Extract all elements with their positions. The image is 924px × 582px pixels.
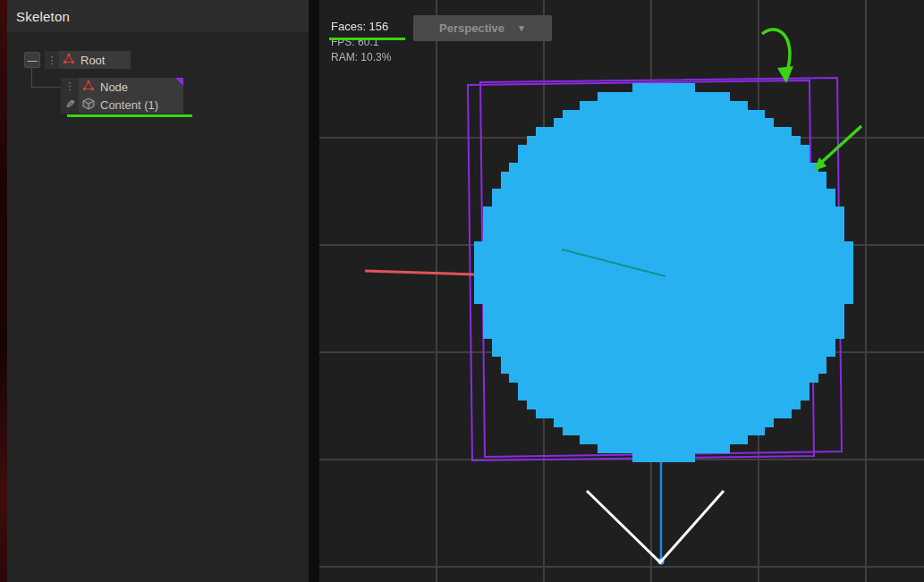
annotation-layer [319,0,924,582]
tree-row-content[interactable]: Content (1) [79,96,183,114]
cube-icon [82,97,95,113]
skeleton-editor-window: Skeleton — ⋮ Root ⋮ [0,0,924,582]
curved-arrow-head [777,66,793,83]
panel-title: Skeleton [16,9,70,24]
tree-connector-horizontal [31,87,61,88]
bone-icon [82,80,95,94]
tree-row-node[interactable]: Node [79,78,183,96]
tree-node-root-label: Root [81,54,105,67]
panel-divider[interactable] [309,0,319,582]
ram-counter: RAM: 10.3% [331,51,391,63]
bone-icon [63,53,75,67]
camera-mode-dropdown[interactable]: Perspective ▼ [413,15,552,41]
straight-arrow-annotation [822,126,861,162]
tree-connector-vertical [31,68,32,87]
chevron-down-icon: ▼ [517,23,526,33]
annotation-underline-content [67,114,192,117]
viewport-3d[interactable]: Faces: 156 FPS: 60.1 RAM: 10.3% Perspect… [319,0,924,582]
tree-node-content-label: Content (1) [100,98,158,112]
origin-v-marker [587,491,724,562]
skeleton-panel: Skeleton — ⋮ Root ⋮ [7,0,309,582]
edit-pencil-icon[interactable]: ✎ [65,97,75,111]
curved-arrow-annotation [762,30,790,72]
camera-mode-label: Perspective [439,21,504,35]
tree-node-node-label: Node [100,80,128,94]
node-drag-handle[interactable]: ⋮ [65,80,75,92]
faces-counter: Faces: 156 [331,20,391,33]
annotation-underline-faces [329,38,405,40]
center-axis-line [562,249,665,276]
background-window-sliver [0,0,7,582]
tree-node-root[interactable]: ⋮ Root [45,51,131,69]
tree-node-node[interactable]: ⋮ ✎ Node [61,78,183,114]
selection-corner-marker [175,78,183,86]
stats-overlay: Faces: 156 FPS: 60.1 RAM: 10.3% [331,20,391,63]
collapse-root-button[interactable]: — [24,52,40,68]
panel-header: Skeleton [7,0,309,32]
root-drag-handle[interactable]: ⋮ [45,51,59,69]
